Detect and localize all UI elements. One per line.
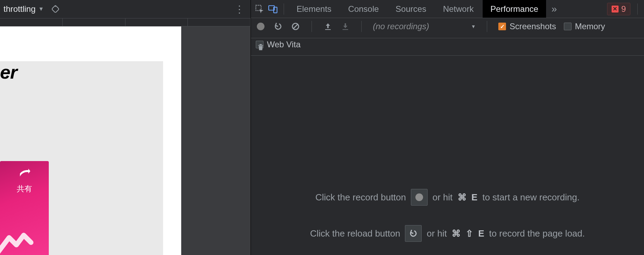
save-profile-button[interactable] <box>340 22 350 31</box>
kbd-shift: ⇧ <box>466 228 473 239</box>
performance-toolbar-2 <box>251 38 644 56</box>
tab-network[interactable]: Network <box>435 0 481 18</box>
recordings-placeholder: (no recordings) <box>373 22 429 31</box>
separator <box>637 3 638 15</box>
tab-sources[interactable]: Sources <box>388 0 434 18</box>
record-icon <box>257 23 264 30</box>
load-profile-button[interactable] <box>323 22 333 31</box>
device-toolbar: throttling ▼ ⋮ <box>0 0 251 18</box>
separator <box>284 3 284 15</box>
memory-checkbox[interactable]: Memory <box>564 22 605 31</box>
reload-icon <box>409 229 417 238</box>
device-more-button[interactable]: ⋮ <box>235 3 244 15</box>
record-icon <box>415 193 423 201</box>
inspect-icon <box>255 5 264 14</box>
checkbox-icon: ✓ <box>498 23 506 30</box>
page-body: er 共有 <box>0 61 163 255</box>
chevron-down-icon: ▼ <box>38 6 44 12</box>
more-tabs-button[interactable]: » <box>547 3 561 15</box>
error-count-badge[interactable]: ✕ 9 <box>607 3 630 15</box>
performance-empty-state: Click the record button or hit ⌘ E to st… <box>251 56 644 255</box>
kbd-cmd: ⌘ <box>458 192 467 203</box>
separator <box>312 21 312 32</box>
devices-icon <box>268 5 277 14</box>
separator <box>487 21 487 32</box>
kbd-e: E <box>478 228 484 239</box>
svg-line-6 <box>293 24 298 29</box>
devtools-tabs: Elements Console Sources Network Perform… <box>251 0 644 18</box>
kbd-e: E <box>472 192 477 203</box>
trash-icon <box>257 43 264 51</box>
record-hint: Click the record button or hit ⌘ E to st… <box>315 189 580 206</box>
share-icon <box>0 168 49 182</box>
chevron-down-icon: ▼ <box>471 24 476 29</box>
record-button[interactable] <box>256 22 266 31</box>
share-card[interactable]: 共有 <box>0 161 49 255</box>
error-count: 9 <box>621 4 626 14</box>
reload-hint-button[interactable] <box>405 225 422 242</box>
reload-hint: Click the reload button or hit ⌘ ⇧ E to … <box>310 225 585 242</box>
throttling-label: throttling <box>3 4 36 14</box>
reload-record-button[interactable] <box>273 22 283 31</box>
card-decoration <box>0 213 38 255</box>
download-icon <box>341 22 350 31</box>
device-preview-pane: throttling ▼ ⋮ er 共有 <box>0 0 251 255</box>
devtools-panel: Elements Console Sources Network Perform… <box>251 0 644 255</box>
rotate-icon <box>51 5 60 14</box>
collect-garbage-button[interactable] <box>256 42 266 52</box>
performance-toolbar: (no recordings) ▼ ✓ Screenshots Memory W… <box>251 18 644 38</box>
record-hint-button[interactable] <box>411 189 428 206</box>
share-label: 共有 <box>0 184 49 194</box>
upload-icon <box>324 22 332 31</box>
error-icon: ✕ <box>612 6 619 13</box>
clear-button[interactable] <box>291 22 300 31</box>
reload-icon <box>274 22 282 31</box>
page-heading: er <box>0 61 163 83</box>
throttling-select[interactable]: throttling ▼ <box>3 4 44 14</box>
checkbox-icon <box>564 23 572 30</box>
screenshots-checkbox[interactable]: ✓ Screenshots <box>498 22 556 31</box>
inspect-element-button[interactable] <box>254 3 266 15</box>
separator <box>361 21 362 32</box>
toggle-device-button[interactable] <box>267 3 279 15</box>
kbd-cmd: ⌘ <box>452 228 461 239</box>
tab-performance[interactable]: Performance <box>483 0 546 18</box>
stop-icon <box>291 22 300 31</box>
rotate-device-button[interactable] <box>50 4 61 14</box>
recordings-select[interactable]: (no recordings) ▼ <box>373 22 476 31</box>
tab-console[interactable]: Console <box>340 0 386 18</box>
ruler <box>0 18 251 26</box>
tab-elements[interactable]: Elements <box>289 0 339 18</box>
rendered-page[interactable]: er 共有 <box>0 26 181 255</box>
